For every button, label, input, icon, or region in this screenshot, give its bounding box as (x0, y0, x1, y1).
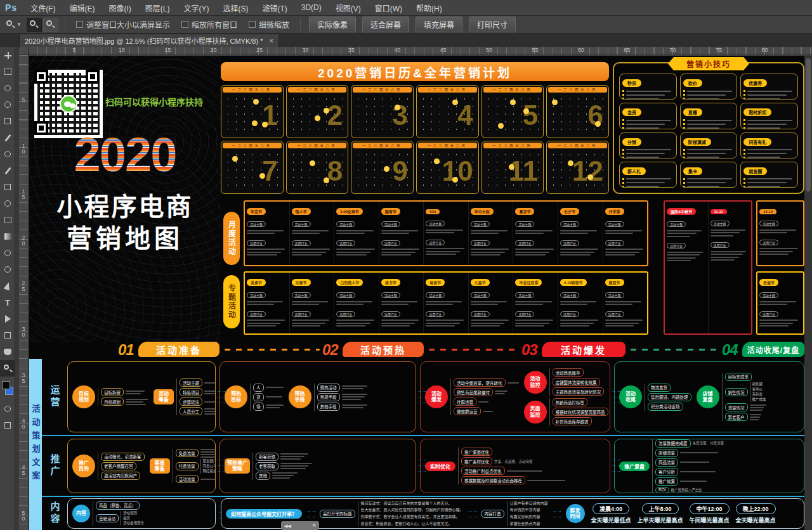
calendar-weekday-row: 一二三四五六日 (353, 87, 412, 93)
content-build-label: 内容打造 (481, 510, 504, 518)
menu-item[interactable]: 3D(D) (294, 0, 329, 16)
menu-item[interactable]: 文字(Y) (176, 0, 216, 16)
options-button[interactable]: 实际像素 (309, 16, 356, 32)
option-checkbox[interactable]: 细微缩放 (249, 19, 289, 30)
zoom-tool[interactable] (0, 360, 15, 377)
color-swatches (0, 379, 15, 401)
zoom-in-toggle[interactable] (27, 18, 42, 32)
flow-branch-label: 客户分析 (655, 468, 678, 476)
zoom-out-toggle[interactable] (43, 18, 58, 32)
checkbox-box[interactable] (249, 21, 256, 28)
ruler-mark: 75 (716, 47, 722, 53)
text-skeleton (759, 251, 793, 252)
brush-tool[interactable] (0, 162, 15, 179)
marquee-tool[interactable] (0, 63, 15, 80)
menu-item[interactable]: 窗口(W) (368, 0, 409, 16)
pen-tool[interactable] (0, 278, 15, 294)
december-12-box: 12.12活动主题适用行业 (756, 200, 804, 266)
screen-mode-tool[interactable] (0, 417, 15, 434)
text-skeleton (204, 413, 216, 415)
tip-card: 问答有礼 (740, 132, 798, 158)
crop-tool[interactable] (0, 113, 15, 129)
menu-item[interactable]: 图像(I) (102, 0, 138, 16)
foreground-color-swatch[interactable] (2, 381, 10, 389)
text-skeleton (747, 124, 786, 125)
photoshop-window: Ps 文件(F)编辑(E)图像(I)图层(L)文字(Y)选择(S)滤镜(T)3D… (0, 0, 812, 530)
blur-tool[interactable] (0, 245, 15, 261)
hand-tool[interactable] (0, 344, 15, 360)
flow-arrow-icon: →→→→→→ (416, 388, 428, 406)
option-checkbox[interactable]: 缩放所有窗口 (181, 19, 237, 30)
flow-branch-label: 新客获取 (256, 453, 278, 461)
quick-mask-tool[interactable] (0, 401, 15, 417)
flow-branch: 推广渠道优化 (461, 448, 565, 456)
clone-stamp-tool[interactable] (0, 179, 15, 195)
industry-label: 适用行业 (426, 311, 445, 317)
tip-text-line (622, 119, 674, 121)
horizontal-ruler[interactable]: 5101520253035404550556065707580 (19, 47, 812, 55)
flow-branch: 社群运营 (454, 398, 519, 406)
tip-label: 问答有礼 (743, 138, 771, 146)
flow-branches: 目标拆解目标规划 (98, 388, 148, 406)
close-icon[interactable]: × (312, 522, 316, 529)
eyedropper-tool[interactable] (0, 129, 15, 146)
tip-text-line (743, 127, 795, 129)
checkbox-box[interactable] (76, 21, 83, 28)
options-button[interactable]: 打印尺寸 (469, 16, 516, 32)
menu-item[interactable]: 滤镜(T) (255, 0, 294, 16)
eraser-tool[interactable] (0, 212, 15, 228)
gradient-tool[interactable] (0, 228, 15, 245)
vertical-ruler[interactable]: 5101520253035404550 (19, 55, 29, 530)
type-tool[interactable]: T (0, 294, 15, 311)
menu-item[interactable]: 编辑(E) (62, 0, 102, 16)
text-skeleton (204, 411, 216, 412)
menu-item[interactable]: 视图(V) (329, 0, 368, 16)
options-button[interactable]: 适合屏幕 (362, 16, 409, 32)
dodge-tool[interactable] (0, 261, 15, 278)
flow-branch-subs: 朋友圈广告同类公众号合作网红投放 (200, 459, 216, 474)
history-brush-tool[interactable] (0, 195, 15, 212)
menu-item[interactable]: 文件(F) (23, 0, 62, 16)
text-skeleton (710, 251, 747, 252)
zoom-tool-icon[interactable] (6, 20, 15, 29)
text-skeleton (515, 230, 552, 231)
text-skeleton (759, 323, 793, 324)
menu-item[interactable]: 图层(L) (138, 0, 177, 16)
menu-item[interactable]: 帮助(H) (409, 0, 449, 16)
text-skeleton (200, 479, 216, 480)
send-time-pill: 上午8:00 (642, 503, 679, 514)
move-tool[interactable] (0, 47, 15, 63)
tab-close-icon[interactable]: × (269, 37, 273, 44)
tip-label: 阶梯满减 (683, 138, 711, 146)
flow-node: 渠道 筹备 (150, 458, 170, 474)
floating-mini-window[interactable]: ◀◀ × (281, 521, 319, 530)
path-selection-tool[interactable] (0, 311, 15, 327)
checkbox-box[interactable] (181, 21, 188, 28)
shape-tool[interactable] (0, 327, 15, 344)
flow-branch-label: 目标拆解 (101, 388, 124, 396)
flow-branch-skeleton (204, 408, 216, 415)
tip-text-line (622, 178, 674, 180)
flow-group: 目标 规划目标拆解目标规划 (72, 385, 148, 408)
scrollbar-thumb[interactable] (806, 58, 811, 191)
menu-item[interactable]: 选择(S) (216, 0, 255, 16)
flow-branches: 活动全面放量，提升转化预售商品尾款催付社群运营微信群运营 (450, 378, 519, 415)
lasso-tool[interactable] (0, 80, 15, 96)
text-skeleton (471, 252, 505, 253)
rewind-icon[interactable]: ◀◀ (284, 524, 291, 528)
theme-label: 活动主题 (247, 221, 266, 227)
document-canvas[interactable]: 扫码可以获得小程序扶持2020小程序电商营销地图2020营销日历&全年营销计划一… (29, 56, 804, 530)
tip-card: 优惠券 (740, 74, 798, 100)
option-checkbox[interactable]: 调整窗口大小以满屏显示 (76, 19, 170, 30)
flow-branches: 活动主题特色项目运营玩法人员分工 (176, 378, 216, 415)
healing-brush-tool[interactable] (0, 146, 15, 162)
bullet-icon (622, 186, 624, 188)
text-skeleton (126, 391, 145, 392)
options-button[interactable]: 填充屏幕 (416, 16, 462, 32)
vertical-scrollbar[interactable] (804, 56, 812, 530)
document-tab[interactable]: 2020小程序电商营销地图.jpg @ 12.5% (扫码可以获得小程序扶持, … (19, 34, 279, 47)
headline-tip-text: 提问互动式：阅读与自己有关的文章是每个人的天分。 (361, 501, 464, 507)
quick-selection-tool[interactable] (0, 96, 15, 113)
chevron-down-icon[interactable]: ▼ (16, 22, 22, 27)
flow-branch-skeleton (495, 391, 508, 394)
